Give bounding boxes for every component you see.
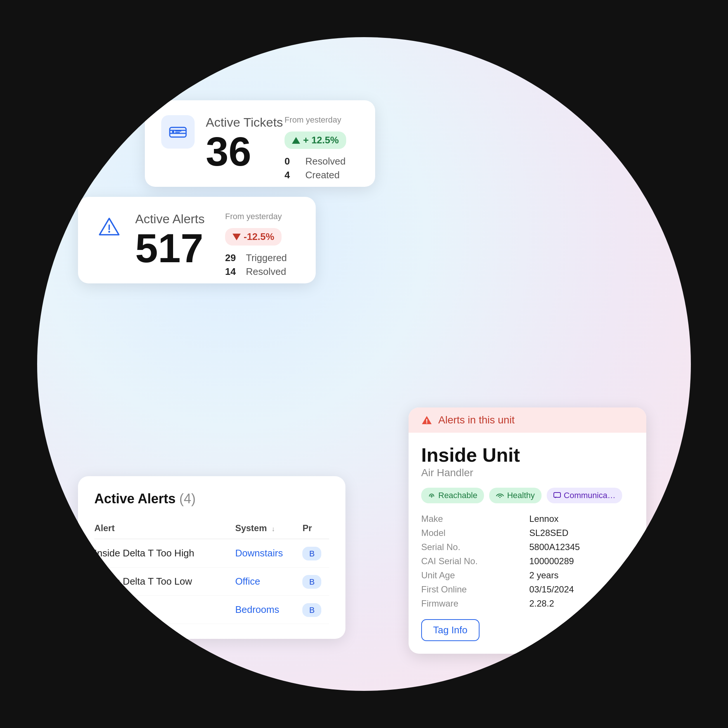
sort-arrow-icon: ↓ <box>272 525 275 533</box>
active-alerts-table-card: Active Alerts (4) Alert System ↓ Pr <box>78 476 346 639</box>
unit-badges: Reachable Healthy <box>421 488 634 503</box>
alert-name: ...ce <box>94 596 235 624</box>
up-arrow-icon <box>292 137 300 144</box>
col-alert: Alert <box>94 518 235 539</box>
alerts-resolved-count: 14 <box>225 266 240 277</box>
alerts-summary-title: Active Alerts <box>135 212 205 226</box>
tag-info-button[interactable]: Tag Info <box>421 619 480 641</box>
alerts-table: Alert System ↓ Pr Inside Delta T Too Hig… <box>94 518 329 624</box>
alert-priority: B <box>302 567 329 596</box>
unit-type: Air Handler <box>421 467 634 479</box>
detail-label: CAI Serial No. <box>421 556 526 566</box>
tickets-change-badge: + 12.5% <box>284 132 346 149</box>
unit-name: Inside Unit <box>421 445 634 465</box>
unit-body: Inside Unit Air Handler Reachable <box>408 433 646 654</box>
svg-point-7 <box>500 497 501 498</box>
alerts-triggered-label: Triggered <box>246 252 287 264</box>
alerts-table-count: (4) <box>179 491 196 506</box>
alert-triangle-icon <box>421 414 432 426</box>
col-system: System ↓ <box>235 518 302 539</box>
unit-alert-text: Alerts in this unit <box>438 414 514 426</box>
detail-label: Unit Age <box>421 570 526 581</box>
active-tickets-card: Active Tickets 36 From yesterday + 12.5%… <box>145 100 375 187</box>
alert-name: Inside Delta T Too Low <box>94 567 235 596</box>
table-row: Inside Delta T Too High Downstairs B <box>94 539 329 567</box>
tickets-count: 36 <box>206 131 283 172</box>
col-priority: Pr <box>302 518 329 539</box>
detail-value: 5800A12345 <box>529 542 634 552</box>
wifi-icon <box>496 492 504 499</box>
tickets-title: Active Tickets <box>206 115 283 130</box>
detail-value: 100000289 <box>529 556 634 566</box>
unit-alert-banner: Alerts in this unit <box>408 407 646 433</box>
alerts-resolved-label: Resolved <box>246 266 286 277</box>
detail-value: 2 years <box>529 570 634 581</box>
svg-rect-8 <box>554 492 560 497</box>
tickets-resolved-count: 0 <box>284 156 299 167</box>
alert-icon <box>94 212 124 242</box>
detail-label: First Online <box>421 584 526 595</box>
main-circle: Active Tickets 36 From yesterday + 12.5%… <box>37 37 691 691</box>
detail-label: Serial No. <box>421 542 526 552</box>
table-row: Inside Delta T Too Low Office B <box>94 567 329 596</box>
tickets-right-panel: From yesterday + 12.5% 0 Resolved 4 Crea… <box>284 115 359 181</box>
alert-priority: B <box>302 539 329 567</box>
active-alerts-summary-card: Active Alerts 517 From yesterday -12.5% … <box>78 197 316 283</box>
detail-label: Model <box>421 528 526 538</box>
alerts-triggered-row: 29 Triggered <box>225 252 299 264</box>
alert-system[interactable]: Bedrooms <box>235 596 302 624</box>
alert-system[interactable]: Office <box>235 567 302 596</box>
detail-value: Lennox <box>529 514 634 524</box>
alert-name: Inside Delta T Too High <box>94 539 235 567</box>
alerts-triggered-count: 29 <box>225 252 240 264</box>
alert-system[interactable]: Downstairs <box>235 539 302 567</box>
detail-value: 2.28.2 <box>529 598 634 609</box>
tickets-from-yesterday-label: From yesterday <box>284 115 359 125</box>
badge-reachable: Reachable <box>421 488 484 503</box>
alert-priority: B <box>302 596 329 624</box>
alerts-summary-right-panel: From yesterday -12.5% 29 Triggered 14 Re… <box>225 212 299 277</box>
tickets-created-row: 4 Created <box>284 169 359 181</box>
tickets-resolved-label: Resolved <box>305 156 346 167</box>
badge-healthy: Healthy <box>489 488 541 503</box>
ticket-icon <box>161 115 195 148</box>
table-row: ...ce Bedrooms B <box>94 596 329 624</box>
detail-value: 03/15/2024 <box>529 584 634 595</box>
alerts-stats: 29 Triggered 14 Resolved <box>225 252 299 277</box>
alerts-table-title: Active Alerts (4) <box>94 491 329 507</box>
svg-point-3 <box>109 231 110 233</box>
down-arrow-icon <box>232 234 241 240</box>
svg-point-5 <box>427 422 428 424</box>
reachable-icon <box>428 492 435 499</box>
alerts-resolved-row: 14 Resolved <box>225 266 299 277</box>
detail-label: Firmware <box>421 598 526 609</box>
unit-detail-card: Alerts in this unit Inside Unit Air Hand… <box>408 407 646 654</box>
detail-label: Make <box>421 514 526 524</box>
svg-point-6 <box>431 497 432 498</box>
alerts-summary-count: 517 <box>135 228 205 269</box>
svg-point-1 <box>172 131 174 133</box>
chat-icon <box>554 492 561 499</box>
unit-details-grid: MakeLennoxModelSL28SEDSerial No.5800A123… <box>421 514 634 609</box>
badge-comm: Communica… <box>547 488 622 503</box>
detail-value: SL28SED <box>529 528 634 538</box>
tickets-created-label: Created <box>305 169 340 181</box>
tickets-created-count: 4 <box>284 169 299 181</box>
alerts-change-badge: -12.5% <box>225 228 281 246</box>
tickets-resolved-row: 0 Resolved <box>284 156 359 167</box>
alerts-from-yesterday-label: From yesterday <box>225 212 299 221</box>
tickets-stats: 0 Resolved 4 Created <box>284 156 359 181</box>
